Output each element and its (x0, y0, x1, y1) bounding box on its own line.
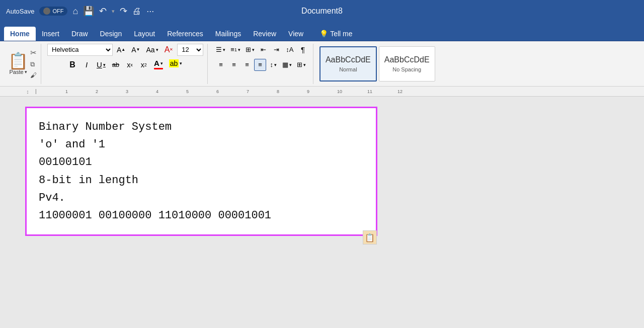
superscript-button[interactable]: x2 (138, 59, 150, 71)
increase-indent-button[interactable]: ⇥ (271, 44, 283, 56)
autosave-toggle[interactable]: OFF (39, 7, 67, 16)
line-2: 'o' and '1 (39, 136, 364, 153)
italic-button[interactable]: I (80, 59, 93, 71)
shrink-font-button[interactable]: A▼ (129, 44, 142, 56)
ruler: ↕ | 1 2 3 4 5 6 7 8 9 10 11 12 (0, 87, 644, 97)
lightbulb-icon: 💡 (319, 30, 328, 38)
para-row2: ≡ ≡ ≡ ≡ ↕▾ ▦▾ ⊞▾ (215, 59, 308, 71)
align-right-button[interactable]: ≡ (241, 59, 253, 71)
ruler-mark-5: 5 (186, 89, 189, 94)
font-group: Helvetica A▲ A▼ Aa▾ A✕ 12 B I U ▾ ab xx … (43, 44, 208, 84)
numbering-button[interactable]: ≡1▾ (228, 44, 243, 56)
font-color-button[interactable]: A ▾ (152, 59, 165, 71)
style-no-spacing-preview: AaBbCcDdE (384, 55, 430, 64)
undo-icon[interactable]: ↶ (99, 6, 107, 17)
menu-draw[interactable]: Draw (65, 27, 94, 41)
bold-button[interactable]: B (66, 59, 78, 71)
font-size-select[interactable]: 12 (177, 44, 203, 56)
paragraph-group: ☰▾ ≡1▾ ⊞▾ ⇤ ⇥ ↕A ¶ ≡ ≡ ≡ ≡ ↕▾ ▦▾ ⊞▾ (210, 44, 313, 84)
borders-button[interactable]: ⊞▾ (295, 59, 308, 71)
menu-home[interactable]: Home (4, 27, 36, 41)
paste-label: Paste▾ (9, 69, 27, 75)
font-row1: Helvetica A▲ A▼ Aa▾ A✕ 12 (47, 44, 203, 56)
print-icon[interactable]: 🖨 (132, 6, 141, 17)
change-case-button[interactable]: Aa▾ (144, 44, 160, 56)
menu-design[interactable]: Design (94, 27, 128, 41)
cut-icon[interactable]: ✂ (30, 48, 37, 57)
clear-format-button[interactable]: A✕ (163, 44, 176, 56)
ruler-mark-6: 6 (216, 89, 219, 94)
ruler-content: | 1 2 3 4 5 6 7 8 9 10 11 12 (35, 87, 624, 96)
paste-icon-large: 📋 (8, 53, 28, 69)
menu-tell-me[interactable]: 💡 Tell me (313, 27, 358, 41)
save-icon[interactable]: 💾 (83, 6, 94, 17)
styles-group: AaBbCcDdE Normal AaBbCcDdE No Spacing (315, 44, 640, 84)
subscript-button[interactable]: xx (124, 59, 136, 71)
line-4: 8-bit in length (39, 172, 364, 189)
grow-font-button[interactable]: A▲ (115, 44, 127, 56)
menu-references[interactable]: References (161, 27, 209, 41)
ruler-left-marker: ↕ (26, 89, 29, 95)
show-paragraph-button[interactable]: ¶ (297, 44, 309, 56)
format-painter-icon[interactable]: 🖌 (30, 71, 37, 79)
font-name-select[interactable]: Helvetica (47, 44, 113, 56)
para-row1: ☰▾ ≡1▾ ⊞▾ ⇤ ⇥ ↕A ¶ (214, 44, 309, 56)
line-6: 11000001 00100000 11010000 00001001 (39, 207, 364, 224)
decrease-indent-button[interactable]: ⇤ (258, 44, 270, 56)
sort-button[interactable]: ↕A (284, 44, 296, 56)
paste-sub-icons: ✂ ⧉ 🖌 (30, 48, 37, 79)
menu-mailings[interactable]: Mailings (209, 27, 247, 41)
title-bar-left: AutoSave OFF ⌂ 💾 ↶ ▾ ↷ 🖨 ··· (6, 6, 213, 17)
bullets-button[interactable]: ☰▾ (214, 44, 227, 56)
style-no-spacing[interactable]: AaBbCcDdE No Spacing (379, 46, 435, 81)
style-no-spacing-label: No Spacing (392, 66, 421, 72)
menu-layout[interactable]: Layout (128, 27, 161, 41)
paste-button[interactable]: 📋 Paste▾ (8, 53, 28, 75)
menu-insert[interactable]: Insert (36, 27, 65, 41)
line-spacing-button[interactable]: ↕▾ (267, 59, 279, 71)
underline-button[interactable]: U ▾ (95, 59, 108, 71)
multilevel-list-button[interactable]: ⊞▾ (244, 44, 257, 56)
autosave-label: AutoSave (6, 8, 34, 15)
ruler-mark-3: 3 (126, 89, 128, 94)
align-left-button[interactable]: ≡ (215, 59, 227, 71)
highlight-button[interactable]: ab ▾ (167, 59, 185, 71)
more-icon[interactable]: ··· (146, 6, 154, 17)
ruler-mark-12: 12 (397, 89, 403, 94)
selection-box: Binary Number System 'o' and '1 00100101… (25, 107, 377, 236)
line-3: 00100101 (39, 153, 364, 171)
menu-bar: Home Insert Draw Design Layout Reference… (0, 22, 644, 41)
home-icon[interactable]: ⌂ (72, 6, 78, 17)
line-5: Pv4. (39, 189, 364, 207)
title-bar: AutoSave OFF ⌂ 💾 ↶ ▾ ↷ 🖨 ··· Document8 (0, 0, 644, 22)
copy-icon[interactable]: ⧉ (30, 60, 37, 68)
paste-group: 📋 Paste▾ ✂ ⧉ 🖌 (4, 44, 41, 84)
style-normal-preview: AaBbCcDdE (326, 55, 371, 64)
tell-me-label: Tell me (330, 30, 352, 38)
document-area[interactable]: Binary Number System 'o' and '1 00100101… (0, 97, 644, 328)
undo-dropdown[interactable]: ▾ (112, 8, 115, 15)
paste-options-icon[interactable]: 📋 (363, 230, 377, 244)
ruler-mark-8: 8 (277, 89, 279, 94)
ruler-mark-10: 10 (337, 89, 342, 94)
line-1: Binary Number System (39, 118, 364, 136)
style-normal-label: Normal (339, 66, 357, 72)
align-center-button[interactable]: ≡ (228, 59, 240, 71)
document-content[interactable]: Binary Number System 'o' and '1 00100101… (39, 118, 364, 224)
strikethrough-button[interactable]: ab (110, 59, 122, 71)
document-title: Document8 (219, 7, 426, 16)
menu-view[interactable]: View (282, 27, 309, 41)
menu-review[interactable]: Review (247, 27, 282, 41)
ruler-mark-2: 2 (96, 89, 98, 94)
ribbon: 📋 Paste▾ ✂ ⧉ 🖌 Helvetica A▲ A▼ Aa▾ A✕ 12… (0, 41, 644, 87)
toggle-label: OFF (52, 8, 63, 14)
justify-button[interactable]: ≡ (254, 59, 266, 71)
ruler-mark-9: 9 (307, 89, 309, 94)
ruler-mark-11: 11 (367, 89, 372, 94)
toggle-circle (43, 8, 50, 15)
redo-icon[interactable]: ↷ (120, 6, 127, 17)
ruler-mark-4: 4 (156, 89, 158, 94)
style-normal[interactable]: AaBbCcDdE Normal (319, 46, 377, 81)
font-row2: B I U ▾ ab xx x2 A ▾ ab ▾ (66, 59, 184, 71)
shading-button[interactable]: ▦▾ (280, 59, 294, 71)
